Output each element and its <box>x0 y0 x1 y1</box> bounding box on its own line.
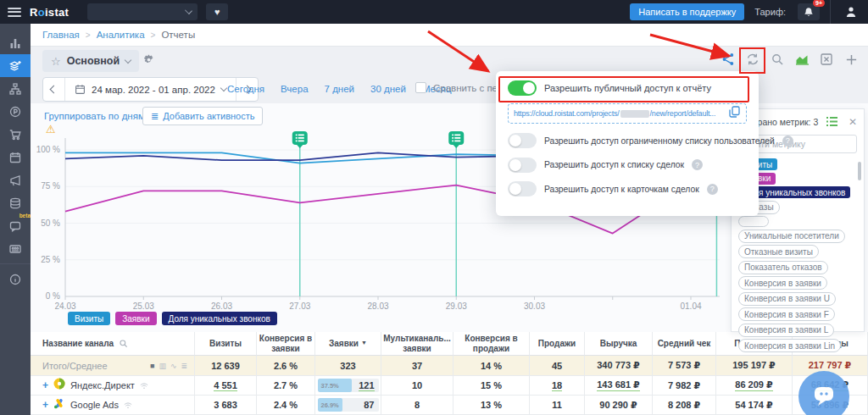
cell-1-8: 54 174 ₽ <box>716 396 793 415</box>
refresh-button[interactable] <box>744 50 761 69</box>
sidebar-item-reports[interactable] <box>0 54 31 77</box>
quick-link-2[interactable]: 7 дней <box>325 84 354 94</box>
support-button[interactable]: Написать в поддержку <box>630 3 744 20</box>
sidebar-item-calendar[interactable] <box>0 146 31 169</box>
sidebar-item-finance[interactable] <box>0 100 31 123</box>
prev-period-button[interactable] <box>43 78 65 101</box>
search-button[interactable] <box>769 50 786 69</box>
metrics-scrollbar[interactable] <box>858 162 861 180</box>
cell-value[interactable]: 143 681 ₽ <box>597 379 639 391</box>
metric-chip-8[interactable]: Конверсия в заявки L <box>738 324 834 337</box>
breadcrumb-item-0[interactable]: Главная <box>42 30 80 40</box>
cell-value: 2.7 % <box>274 380 298 390</box>
notifications-button[interactable]: 9+ <box>798 3 820 20</box>
channel-name[interactable]: Яндекс.Директ <box>70 380 135 390</box>
roistat-logo[interactable]: Roistat <box>30 6 69 19</box>
legend-chip-1[interactable]: Заявки <box>115 312 156 325</box>
share-report-button[interactable] <box>720 50 737 69</box>
support-chat-bubble[interactable] <box>798 371 849 415</box>
star-icon[interactable]: ☆ <box>51 55 61 68</box>
sidebar-item-analytics[interactable] <box>0 31 31 54</box>
channel-name[interactable]: Google Ads <box>70 400 119 410</box>
hamburger-menu-icon[interactable] <box>8 8 21 17</box>
sidebar-item-orders[interactable] <box>0 123 31 146</box>
group-by-days-dropdown[interactable]: Группировать по дням <box>44 111 155 121</box>
activity-marker-pin[interactable] <box>292 131 308 148</box>
report-url-field[interactable]: https://cloud.roistat.com/projects//new/… <box>508 103 747 124</box>
chart-view-button[interactable] <box>793 50 810 69</box>
cell-value[interactable]: 18 <box>552 380 562 391</box>
quick-link-3[interactable]: 30 дней <box>370 84 406 94</box>
legend-chip-2[interactable]: Доля уникальных звонков <box>162 312 277 325</box>
col-header-3[interactable]: Заявки▼ <box>315 332 381 356</box>
report-selector[interactable]: ☆ Основной <box>42 50 139 72</box>
expand-row-button[interactable]: + <box>42 379 48 391</box>
help-icon[interactable]: ? <box>692 159 703 170</box>
list-icon[interactable]: ≣ <box>181 362 187 370</box>
col-header-4[interactable]: Мультиканаль... заявки <box>381 332 453 356</box>
analytics-icon <box>8 36 22 50</box>
close-metrics-panel-button[interactable]: ✕ <box>842 116 857 128</box>
quick-link-1[interactable]: Вчера <box>281 84 308 94</box>
cell-value[interactable]: 86 209 ₽ <box>735 379 772 391</box>
cell-1-5: 11 <box>530 396 585 415</box>
metrics-list-view-button[interactable] <box>826 114 837 130</box>
square-icon[interactable]: ■ <box>150 362 154 370</box>
access-toggle-row-1: Разрешить доступ к списку сделок? <box>508 158 747 173</box>
metric-chip-7[interactable]: Конверсия в заявки F <box>738 307 835 321</box>
col-header-6[interactable]: Продажи <box>530 332 585 356</box>
metric-chip-5[interactable]: Конверсия в заявки <box>738 276 827 290</box>
activity-marker-pin[interactable] <box>448 131 464 148</box>
metric-chip-4[interactable]: Показатель отказов <box>738 261 828 274</box>
favorites-heart-button[interactable]: ♥ <box>206 3 228 20</box>
access-toggle-2[interactable] <box>508 181 537 196</box>
calltracking-icon <box>124 401 132 409</box>
metric-chip-6[interactable]: Конверсия в заявки U <box>738 292 836 306</box>
top-navbar: Roistat ♥ Написать в поддержку Тариф: 9+ <box>0 0 868 24</box>
sidebar-item-info[interactable] <box>0 268 31 290</box>
report-settings-button[interactable] <box>142 53 155 69</box>
metric-chip-2[interactable]: Уникальные посетители <box>738 230 845 243</box>
metric-chip-9[interactable]: Конверсия в заявки Lin <box>738 339 841 352</box>
help-icon[interactable]: ? <box>782 136 793 147</box>
col-header-7[interactable]: Выручка <box>585 332 653 356</box>
col-header-8[interactable]: Средний чек <box>653 332 716 356</box>
compare-checkbox[interactable] <box>415 82 426 93</box>
col-header-5[interactable]: Конверсия в продажи <box>453 332 530 356</box>
totals-view-icons[interactable]: ■▥∿≣ <box>150 362 187 370</box>
totals-cell-6: 340 773 ₽ <box>585 356 653 376</box>
wave-icon[interactable]: ∿ <box>170 362 177 370</box>
breadcrumb-item-2: Отчеты <box>161 30 195 40</box>
access-toggle-1[interactable] <box>508 158 537 173</box>
export-excel-button[interactable] <box>818 50 835 69</box>
search-channel-icon[interactable] <box>119 339 128 348</box>
public-access-toggle[interactable] <box>508 80 537 96</box>
quick-link-0[interactable]: Сегодня <box>227 84 264 94</box>
col-header-1[interactable]: Визиты <box>195 332 257 356</box>
legend-chip-0[interactable]: Визиты <box>68 312 110 325</box>
add-activity-button[interactable]: ≣ Добавить активность <box>142 107 263 125</box>
copy-link-button[interactable] <box>729 106 741 121</box>
bar-chart-icon[interactable]: ▥ <box>159 362 166 370</box>
col-header-0[interactable]: Название канала <box>31 332 195 356</box>
add-widget-button[interactable] <box>843 50 860 69</box>
help-icon[interactable]: ? <box>707 184 718 195</box>
metric-chip-3[interactable]: Отказные визиты <box>738 245 819 258</box>
breadcrumb-item-1[interactable]: Аналитика <box>97 30 145 40</box>
cell-0-2: 37.5%121 <box>315 376 381 396</box>
col-header-2[interactable]: Конверсия в заявки <box>257 332 315 356</box>
sidebar-item-structure[interactable] <box>0 77 31 100</box>
metric-chip-1[interactable] <box>738 216 769 227</box>
cell-value[interactable]: 4 551 <box>214 380 237 391</box>
date-range-picker[interactable]: 24 мар. 2022 - 01 апр. 2022 <box>65 78 236 101</box>
access-toggle-0[interactable] <box>508 133 537 148</box>
sidebar-item-audience[interactable] <box>0 237 31 260</box>
col-header-label-4: Мультиканаль... заявки <box>383 334 451 353</box>
sidebar-item-integrations[interactable] <box>0 191 31 214</box>
expand-row-button[interactable]: + <box>42 399 48 411</box>
project-select[interactable] <box>87 3 198 20</box>
user-avatar[interactable] <box>841 3 861 20</box>
sidebar-item-chat-beta[interactable]: beta <box>0 214 31 237</box>
sidebar-item-marketing[interactable] <box>0 169 31 191</box>
leads-value[interactable]: 121 <box>359 380 374 391</box>
